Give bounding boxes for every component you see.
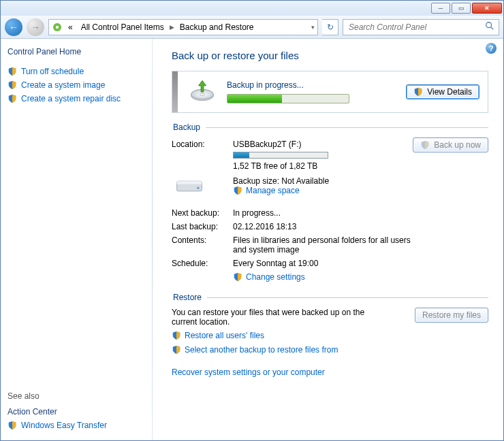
svg-point-2 (486, 22, 492, 28)
button-label: View Details (427, 87, 472, 97)
progress-text: Backup in progress... (227, 80, 396, 103)
control-panel-icon (52, 22, 63, 33)
turn-off-schedule-link[interactable]: Turn off schedule (7, 65, 145, 78)
restore-desc: You can restore your files that were bac… (172, 308, 376, 327)
action-center-link[interactable]: Action Center (7, 405, 145, 419)
backup-section: Backup Back up now Location: USBBackup2T… (172, 122, 488, 286)
drive-usage-fill (234, 152, 249, 158)
location-value: USBBackup2T (F:) (233, 140, 413, 149)
easy-transfer-link[interactable]: Windows Easy Transfer (7, 419, 145, 432)
search-input[interactable] (347, 22, 494, 33)
shield-icon (233, 186, 242, 195)
chevron-right-icon: ▶ (170, 24, 174, 31)
search-icon (485, 21, 494, 33)
shield-icon (7, 67, 17, 76)
backup-size-text: Backup size: Not Available (233, 176, 413, 186)
backup-legend: Backup (172, 122, 206, 132)
schedule-value: Every Sonntag at 19:00 (233, 259, 488, 268)
link-label: Select another backup to restore files f… (185, 345, 338, 355)
svg-point-1 (56, 25, 59, 28)
select-another-backup-link[interactable]: Select another backup to restore files f… (172, 345, 338, 355)
schedule-label: Schedule: (172, 259, 233, 268)
breadcrumb-parent[interactable]: All Control Panel Items (78, 21, 167, 33)
change-settings-link[interactable]: Change settings (233, 272, 305, 282)
link-label: Action Center (7, 407, 57, 416)
content-area: ? Back up or restore your files Backup i… (153, 39, 503, 440)
chevron-down-icon[interactable]: ▾ (311, 24, 315, 31)
shield-icon (7, 94, 17, 103)
recover-system-link[interactable]: Recover system settings or your computer (172, 368, 488, 377)
breadcrumb: « All Control Panel Items ▶ Backup and R… (65, 21, 309, 33)
backup-progress-icon (187, 77, 217, 107)
restore-all-users-link[interactable]: Restore all users' files (172, 331, 264, 340)
manage-space-link[interactable]: Manage space (233, 186, 300, 195)
control-panel-home-link[interactable]: Control Panel Home (7, 47, 145, 56)
button-label: Restore my files (422, 310, 481, 320)
progress-label: Backup in progress... (227, 80, 396, 90)
svg-rect-8 (177, 181, 202, 184)
contents-label: Contents: (172, 235, 233, 245)
contents-value: Files in libraries and personal folders … (233, 235, 424, 255)
link-label: Windows Easy Transfer (21, 421, 107, 430)
minimize-button[interactable]: ─ (431, 3, 450, 14)
breadcrumb-leaf[interactable]: Backup and Restore (177, 21, 257, 33)
progress-bar (227, 94, 349, 103)
link-label: Change settings (246, 272, 305, 282)
shield-icon (7, 421, 17, 430)
shield-icon (413, 87, 423, 97)
last-backup-value: 02.12.2016 18:13 (233, 222, 488, 231)
task-label: Create a system image (21, 80, 105, 90)
link-label: Restore all users' files (185, 331, 264, 340)
address-bar[interactable]: « All Control Panel Items ▶ Backup and R… (48, 19, 318, 35)
forward-button[interactable]: → (27, 18, 44, 36)
create-repair-disc-link[interactable]: Create a system repair disc (7, 92, 145, 105)
svg-point-6 (200, 93, 204, 95)
progress-panel: Backup in progress... View Details (172, 71, 488, 113)
view-details-button[interactable]: View Details (406, 84, 479, 99)
help-icon[interactable]: ? (486, 43, 497, 54)
shield-icon (7, 80, 17, 90)
task-label: Turn off schedule (21, 67, 84, 76)
next-backup-label: Next backup: (172, 208, 233, 218)
shield-icon (172, 345, 181, 355)
search-box[interactable] (343, 19, 499, 35)
close-button[interactable]: ✕ (472, 3, 502, 14)
titlebar: ─ ▭ ✕ (1, 1, 503, 16)
page-title: Back up or restore your files (172, 50, 488, 61)
drive-free-text: 1,52 TB free of 1,82 TB (233, 161, 413, 171)
svg-point-9 (197, 186, 200, 189)
sidebar: Control Panel Home Turn off schedule Cre… (1, 39, 152, 440)
shield-icon (233, 272, 242, 282)
last-backup-label: Last backup: (172, 222, 233, 231)
window: ─ ▭ ✕ ← → « All Control Panel Items ▶ Ba… (0, 0, 504, 441)
see-also-label: See also (7, 391, 145, 401)
shield-icon (172, 331, 181, 340)
create-system-image-link[interactable]: Create a system image (7, 78, 145, 92)
drive-usage-bar (233, 152, 328, 159)
accent-bar (172, 71, 178, 112)
svg-line-3 (491, 27, 494, 30)
restore-my-files-button[interactable]: Restore my files (415, 308, 488, 323)
next-backup-value: In progress... (233, 208, 488, 218)
body: Control Panel Home Turn off schedule Cre… (1, 39, 503, 440)
backup-now-button[interactable]: Back up now (413, 137, 488, 152)
button-label: Back up now (434, 140, 481, 150)
nav-toolbar: ← → « All Control Panel Items ▶ Backup a… (1, 16, 503, 39)
link-label: Manage space (246, 186, 300, 195)
shield-icon (420, 140, 430, 150)
restore-section: Restore You can restore your files that … (172, 293, 488, 377)
task-label: Create a system repair disc (21, 94, 121, 103)
refresh-button[interactable]: ↻ (322, 19, 338, 35)
breadcrumb-prefix: « (65, 21, 76, 33)
restore-legend: Restore (172, 293, 207, 302)
progress-fill (227, 95, 282, 103)
back-button[interactable]: ← (5, 18, 22, 36)
maximize-button[interactable]: ▭ (452, 3, 471, 14)
drive-icon (174, 175, 204, 197)
